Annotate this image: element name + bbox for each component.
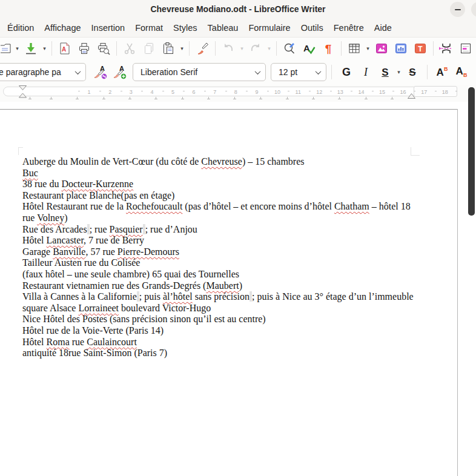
tab-stop-mark	[286, 97, 289, 99]
menu-insertion[interactable]: Insertion	[91, 23, 125, 33]
formatting-marks-button[interactable]: ¶	[319, 39, 337, 58]
menu-aide[interactable]: Aide	[374, 23, 392, 33]
paragraph[interactable]: Rue des Arcades ; rue Pasquier ; rue d’A…	[22, 224, 416, 236]
save-button[interactable]	[22, 39, 40, 58]
paragraph[interactable]: Restaurant place Blanche(pas en étage)	[22, 190, 416, 202]
cut-icon	[122, 41, 137, 56]
strikethrough-button[interactable]: S	[403, 63, 421, 81]
paragraph[interactable]: (faux hôtel – une seule chambre) 65 quai…	[22, 269, 416, 280]
insert-page-break-button[interactable]	[437, 39, 455, 58]
svg-text:A: A	[62, 46, 66, 53]
insert-text-box-button[interactable]: T	[411, 39, 429, 58]
underline-dropdown[interactable]: ▾	[395, 63, 403, 81]
menu-outils[interactable]: Outils	[301, 23, 323, 33]
spellcheck-button[interactable]: A	[300, 39, 318, 58]
insert-image-button[interactable]	[372, 39, 391, 58]
misspelled-word: Buc	[22, 168, 38, 178]
insert-table-button[interactable]	[345, 39, 363, 58]
libreoffice-writer-window: Chevreuse Modiano.odt - LibreOffice Writ…	[0, 0, 476, 476]
tab-stop-mark	[128, 97, 131, 99]
maximize-button[interactable]	[471, 2, 476, 17]
paragraph[interactable]: 38 rue du Docteur-Kurzenne	[22, 179, 416, 190]
insert-text-box-icon: T	[413, 41, 428, 56]
bold-button[interactable]: G	[337, 63, 355, 81]
misspelled-word: Lancaster	[47, 235, 84, 245]
menu-formulaire[interactable]: Formulaire	[248, 23, 290, 33]
print-preview-icon	[96, 41, 111, 56]
paragraph[interactable]: Garage Banville, 57 rue Pierre-Demours	[22, 246, 416, 258]
open-button[interactable]	[1, 39, 13, 58]
chevron-down-icon[interactable]	[310, 64, 326, 81]
font-size-combo[interactable]: 12 pt	[271, 63, 326, 81]
ruler-number: 10	[274, 89, 280, 95]
paragraph[interactable]: Hôtel rue de la Voie-Verte (Paris 14)	[22, 325, 416, 337]
paragraph-style-combo[interactable]: e paragraphe pa	[0, 63, 86, 81]
paste-button[interactable]	[159, 39, 177, 58]
insert-table-dropdown[interactable]: ▾	[364, 39, 372, 58]
update-style-button[interactable]: A	[91, 63, 109, 81]
paragraph[interactable]: Nice Hôtel des Postes (sans précision si…	[22, 314, 416, 325]
menu-affichage[interactable]: Affichage	[44, 23, 81, 33]
insert-chart-button[interactable]	[392, 39, 410, 58]
paragraph[interactable]: Restaurant vietnamien rue des Grands-Deg…	[22, 280, 416, 292]
vertical-scrollbar[interactable]	[466, 85, 476, 476]
chevron-down-icon[interactable]	[250, 64, 265, 81]
find-replace-button[interactable]	[280, 39, 299, 58]
insert-chart-icon	[394, 41, 408, 56]
paragraph[interactable]: Hôtel Roma rue Caulaincourt	[22, 337, 416, 348]
paragraph[interactable]: Buc	[22, 168, 416, 179]
svg-text:A: A	[100, 65, 105, 72]
redo-dropdown: ▾	[265, 39, 273, 58]
menu-format[interactable]: Format	[135, 23, 163, 33]
paragraph[interactable]: Hôtel Lancaster, 7 rue de Berry	[22, 235, 416, 246]
superscript-button[interactable]: AB	[433, 63, 451, 81]
paragraph[interactable]: Villa à Cannes à la Californie ; puis àl…	[22, 291, 416, 314]
ruler-number: 13	[337, 89, 343, 95]
subscript-button[interactable]: AB	[452, 63, 471, 81]
menu-edition[interactable]: Édition	[7, 23, 34, 33]
scrollbar-thumb[interactable]	[468, 87, 475, 216]
undo-dropdown: ▾	[238, 39, 246, 58]
tab-stop-mark	[391, 97, 394, 99]
menu-fenetre[interactable]: Fenêtre	[334, 23, 364, 33]
export-pdf-button[interactable]: A	[56, 39, 74, 58]
paragraph[interactable]: Auberge du Moulin de Vert-Cœur (du côté …	[22, 156, 416, 168]
print-button[interactable]	[75, 39, 93, 58]
right-indent-marker[interactable]	[407, 93, 416, 99]
new-style-button[interactable]: A	[110, 63, 128, 81]
misspelled-word: Rochefoucault	[126, 201, 182, 211]
ruler-tick	[330, 91, 332, 91]
svg-text:T: T	[418, 45, 423, 53]
document-text[interactable]: Auberge du Moulin de Vert-Cœur (du côté …	[22, 156, 416, 359]
page-right-border	[457, 109, 458, 476]
clone-formatting-button[interactable]	[193, 39, 211, 58]
redo-icon	[248, 41, 263, 56]
first-line-indent-marker[interactable]	[18, 85, 27, 99]
paragraph[interactable]: antiquité 18rue Saint-Simon (Paris 7)	[22, 348, 416, 359]
font-name-combo[interactable]: Liberation Serif	[133, 63, 266, 81]
paste-dropdown[interactable]: ▾	[178, 39, 186, 58]
paragraph[interactable]: Hôtel Restaurant rue de la Rochefoucault…	[22, 201, 416, 223]
paragraph[interactable]: Tailleur Austen rue du Colisée	[22, 257, 416, 269]
separator	[331, 65, 332, 79]
insert-field-button[interactable]	[457, 39, 475, 58]
insert-page-break-icon	[438, 41, 454, 56]
menu-styles[interactable]: Styles	[173, 23, 197, 33]
ruler-tick	[351, 91, 352, 91]
tab-stop-mark	[338, 97, 341, 99]
tab-stop-mark	[207, 97, 210, 99]
ruler-tick	[121, 91, 122, 91]
underline-button[interactable]: S	[376, 63, 394, 81]
horizontal-ruler[interactable]: 123456789101112131415161718	[0, 85, 476, 102]
save-dropdown[interactable]: ▾	[41, 39, 48, 58]
italic-button[interactable]: I	[357, 63, 375, 81]
ruler-right-margin	[414, 86, 457, 97]
chevron-down-icon[interactable]	[70, 64, 85, 81]
underline-icon: S	[382, 67, 388, 78]
print-preview-button[interactable]	[94, 39, 113, 58]
minimize-button[interactable]	[450, 2, 465, 17]
open-dropdown[interactable]: ▾	[13, 39, 21, 58]
tab-stop-mark	[154, 97, 157, 99]
undo-icon	[221, 41, 236, 56]
menu-tableau[interactable]: Tableau	[208, 23, 239, 33]
